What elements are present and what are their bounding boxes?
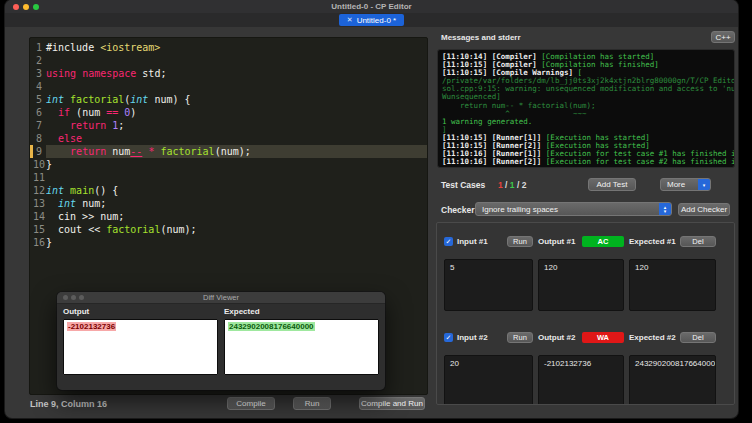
line-number: 10 [33, 158, 46, 171]
expected-header: Expected #2Del [629, 331, 716, 344]
expected-label: Expected #1 [629, 237, 676, 246]
delete-test-button[interactable]: Del [680, 236, 716, 247]
diff-output-label: Output [63, 307, 218, 319]
chevron-down-icon: ▾ [698, 179, 710, 190]
line-number: 7 [33, 119, 46, 132]
line-number: 14 [33, 210, 46, 223]
input-label: Input #2 [457, 333, 488, 342]
line-number: 15 [33, 223, 46, 236]
run-test-button[interactable]: Run [507, 332, 533, 343]
input-header: ✓Input #2Run [444, 331, 533, 344]
code-line: 3using namespace std; [30, 67, 427, 80]
verdict-badge[interactable]: AC [582, 236, 624, 247]
output-textarea[interactable]: 120 [538, 259, 624, 311]
input-textarea[interactable]: 5 [444, 259, 533, 311]
code-text: } [46, 158, 427, 171]
window-title: Untitled-0 - CP Editor [5, 2, 738, 11]
tab-untitled-0[interactable]: ✕ Untitled-0 * [339, 14, 404, 26]
code-line: 15 cout << factorial(num); [30, 223, 427, 236]
code-line: 6 if (num == 0) [30, 106, 427, 119]
messages-header: Messages and stderr [441, 33, 521, 42]
checker-select[interactable]: Ignore trailing spaces ▴▾ [475, 202, 672, 216]
code-token [46, 146, 70, 157]
test-cases-container: ✓Input #1RunOutput #1ACExpected #1Del512… [436, 222, 735, 405]
run-button[interactable]: Run [293, 397, 331, 410]
expected-textarea[interactable]: 120 [629, 259, 716, 311]
code-token: num [106, 146, 130, 157]
code-token: cin >> num; [46, 211, 124, 222]
code-line: 5int factorial(int num) { [30, 93, 427, 106]
checker-selected-option: Ignore trailing spaces [476, 205, 659, 214]
console-line: [11:10:16] [Runner[2]] [Execution for te… [442, 158, 730, 166]
add-test-button[interactable]: Add Test [588, 178, 636, 191]
titlebar: Untitled-0 - CP Editor [5, 0, 738, 13]
line-number: 3 [33, 67, 46, 80]
test-case-checkbox[interactable]: ✓ [444, 333, 453, 342]
code-token [46, 133, 58, 144]
code-token: (num [70, 107, 106, 118]
code-token: if [58, 107, 70, 118]
verdict-badge[interactable]: WA [582, 332, 624, 343]
output-header: Output #1AC [538, 235, 624, 248]
code-token: factorial [160, 146, 214, 157]
line-number: 8 [33, 132, 46, 145]
compile-button[interactable]: Compile [227, 397, 275, 410]
code-token: main [70, 185, 94, 196]
expected-textarea[interactable]: 2432902008176640000 [629, 355, 716, 405]
output-label: Output #1 [538, 237, 575, 246]
output-textarea[interactable]: -2102132736 [538, 355, 624, 405]
code-text: if (num == 0) [46, 106, 427, 119]
code-line: 11 [30, 171, 427, 184]
diff-output-pane[interactable]: -2102132736 [63, 319, 218, 375]
total-count: 2 [522, 180, 527, 190]
app-window: Untitled-0 - CP Editor ✕ Untitled-0 * 1#… [5, 0, 738, 418]
code-line: 14 cin >> num; [30, 210, 427, 223]
diff-expected-value: 2432902008176640000 [228, 322, 315, 331]
language-button[interactable]: C++ [711, 31, 735, 43]
line-number: 12 [33, 184, 46, 197]
code-text: int num; [46, 197, 427, 210]
code-token: () { [94, 185, 118, 196]
line-number: 16 [33, 236, 46, 249]
diff-expected-pane[interactable]: 2432902008176640000 [224, 319, 379, 375]
input-textarea[interactable]: 20 [444, 355, 533, 405]
code-line: 4 [30, 80, 427, 93]
code-token: int [46, 185, 64, 196]
tab-close-icon[interactable]: ✕ [347, 16, 353, 24]
failed-count: 1 [498, 180, 503, 190]
code-token: int [130, 94, 148, 105]
code-token: int [46, 94, 64, 105]
delete-test-button[interactable]: Del [680, 332, 716, 343]
code-token: #include [46, 42, 100, 53]
diff-viewer-window: Diff Viewer Output -2102132736 Expected … [57, 292, 385, 390]
code-token [46, 107, 58, 118]
more-dropdown[interactable]: More ▾ [660, 178, 711, 191]
test-case-1: ✓Input #1RunOutput #1ACExpected #1Del512… [444, 235, 718, 311]
test-case-checkbox[interactable]: ✓ [444, 237, 453, 246]
code-text: cin >> num; [46, 210, 427, 223]
right-panel: Messages and stderr C++ [11:10:14] [Comp… [436, 27, 736, 418]
line-number: 5 [33, 93, 46, 106]
diff-expected-label: Expected [224, 307, 379, 319]
input-label: Input #1 [457, 237, 488, 246]
diff-viewer-title: Diff Viewer [57, 293, 385, 302]
code-token: num; [76, 198, 106, 209]
line-number: 6 [33, 106, 46, 119]
code-text: using namespace std; [46, 67, 427, 80]
stepper-arrows-icon: ▴▾ [659, 203, 671, 215]
code-line: 7 return 1; [30, 119, 427, 132]
add-checker-button[interactable]: Add Checker [678, 203, 730, 216]
compile-and-run-button[interactable]: Compile and Run [359, 397, 425, 410]
code-line: 12int main() { [30, 184, 427, 197]
tab-bar: ✕ Untitled-0 * [5, 13, 738, 27]
code-token: } [46, 237, 52, 248]
run-test-button[interactable]: Run [507, 236, 533, 247]
line-number: 2 [33, 54, 46, 67]
code-token: std; [136, 68, 166, 79]
code-token: factorial [106, 224, 160, 235]
messages-console[interactable]: [11:10:14] [Compiler] [Compilation has s… [437, 49, 735, 168]
code-line: 2 [30, 54, 427, 67]
output-header: Output #2WA [538, 331, 624, 344]
test-cases-label: Test Cases [441, 180, 485, 190]
diff-viewer-titlebar[interactable]: Diff Viewer [57, 292, 385, 304]
